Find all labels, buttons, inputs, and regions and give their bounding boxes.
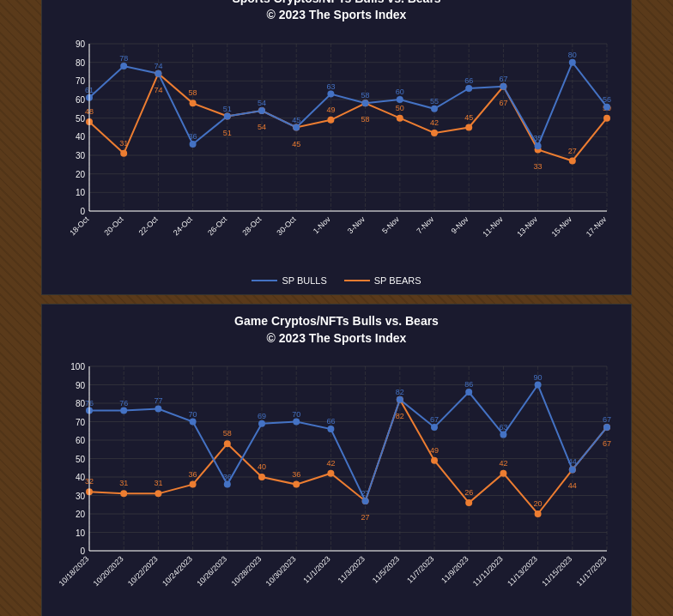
svg-text:40: 40 bbox=[76, 132, 86, 142]
svg-text:77: 77 bbox=[154, 397, 162, 406]
svg-text:82: 82 bbox=[396, 412, 404, 420]
svg-text:24-Oct: 24-Oct bbox=[172, 214, 195, 238]
svg-point-236 bbox=[603, 424, 610, 431]
svg-point-208 bbox=[120, 408, 127, 414]
svg-text:11/17/2023: 11/17/2023 bbox=[574, 555, 608, 589]
svg-text:33: 33 bbox=[534, 162, 543, 171]
svg-text:70: 70 bbox=[292, 410, 300, 419]
svg-point-89 bbox=[155, 70, 161, 77]
svg-text:90: 90 bbox=[534, 373, 543, 382]
svg-text:40: 40 bbox=[76, 473, 86, 482]
svg-text:100: 100 bbox=[70, 362, 85, 371]
svg-text:10/28/2023: 10/28/2023 bbox=[229, 555, 263, 589]
svg-text:60: 60 bbox=[76, 436, 86, 445]
svg-point-91 bbox=[190, 141, 197, 148]
svg-point-81 bbox=[569, 158, 576, 165]
svg-text:56: 56 bbox=[603, 95, 611, 104]
svg-text:10: 10 bbox=[76, 188, 86, 197]
svg-point-234 bbox=[569, 467, 576, 474]
sports-chart: Sports Cryptos/NFTs Bulls vs. Bears © 20… bbox=[41, 0, 632, 295]
svg-point-111 bbox=[535, 142, 542, 149]
svg-text:63: 63 bbox=[326, 82, 335, 91]
svg-point-75 bbox=[465, 124, 472, 131]
svg-text:67: 67 bbox=[603, 415, 611, 424]
svg-text:67: 67 bbox=[603, 439, 611, 448]
svg-rect-0 bbox=[89, 44, 607, 211]
svg-text:67: 67 bbox=[499, 99, 507, 107]
sports-bulls-legend: SP BULLS bbox=[252, 275, 326, 286]
svg-text:11/9/2023: 11/9/2023 bbox=[440, 555, 470, 585]
svg-point-218 bbox=[293, 419, 300, 426]
svg-text:42: 42 bbox=[499, 459, 507, 468]
svg-text:22-Oct: 22-Oct bbox=[137, 214, 161, 238]
svg-text:26: 26 bbox=[464, 488, 473, 497]
svg-text:27: 27 bbox=[568, 147, 577, 155]
svg-point-113 bbox=[569, 59, 576, 66]
svg-text:36: 36 bbox=[223, 473, 232, 481]
svg-text:11/15/2023: 11/15/2023 bbox=[540, 555, 573, 589]
svg-point-222 bbox=[362, 498, 369, 504]
svg-text:45: 45 bbox=[292, 116, 300, 124]
svg-text:11/3/2023: 11/3/2023 bbox=[336, 555, 367, 585]
svg-text:20: 20 bbox=[76, 170, 86, 179]
svg-point-224 bbox=[397, 396, 403, 403]
svg-text:10/22/2023: 10/22/2023 bbox=[126, 555, 160, 589]
svg-text:58: 58 bbox=[223, 429, 232, 438]
svg-text:90: 90 bbox=[76, 39, 86, 49]
svg-text:55: 55 bbox=[430, 97, 439, 106]
svg-text:5-Nov: 5-Nov bbox=[380, 214, 401, 235]
svg-point-184 bbox=[258, 474, 265, 480]
svg-text:30: 30 bbox=[76, 151, 86, 160]
svg-text:49: 49 bbox=[430, 446, 439, 455]
svg-text:63: 63 bbox=[499, 423, 507, 432]
svg-text:50: 50 bbox=[396, 104, 404, 112]
svg-point-226 bbox=[431, 424, 438, 431]
svg-point-212 bbox=[190, 419, 197, 426]
svg-text:10/20/2023: 10/20/2023 bbox=[92, 555, 125, 589]
svg-point-107 bbox=[465, 85, 472, 92]
svg-text:7-Nov: 7-Nov bbox=[415, 214, 435, 235]
svg-text:3-Nov: 3-Nov bbox=[346, 214, 367, 235]
svg-text:67: 67 bbox=[499, 75, 507, 83]
svg-text:31: 31 bbox=[119, 139, 128, 148]
svg-point-103 bbox=[397, 96, 403, 103]
svg-text:11/1/2023: 11/1/2023 bbox=[301, 555, 331, 585]
svg-point-83 bbox=[603, 115, 610, 122]
svg-point-198 bbox=[500, 470, 506, 477]
svg-text:35: 35 bbox=[534, 134, 543, 142]
svg-text:31: 31 bbox=[119, 480, 128, 488]
svg-text:54: 54 bbox=[258, 99, 266, 107]
svg-text:36: 36 bbox=[292, 470, 300, 479]
svg-text:44: 44 bbox=[568, 482, 577, 491]
svg-text:51: 51 bbox=[223, 105, 232, 113]
svg-point-71 bbox=[397, 115, 403, 122]
svg-point-55 bbox=[120, 150, 127, 157]
svg-text:80: 80 bbox=[76, 58, 86, 68]
svg-point-87 bbox=[120, 63, 127, 69]
game-chart-svg: 010203040506070809010010/18/202310/20/20… bbox=[51, 353, 624, 611]
svg-point-196 bbox=[465, 499, 472, 506]
svg-point-210 bbox=[155, 406, 161, 413]
svg-text:42: 42 bbox=[430, 118, 439, 127]
svg-text:80: 80 bbox=[568, 51, 577, 59]
sports-bears-legend: SP BEARS bbox=[344, 275, 421, 286]
sports-chart-svg: 010203040506070809018-Oct20-Oct22-Oct24-… bbox=[51, 31, 624, 271]
svg-point-230 bbox=[500, 432, 506, 438]
svg-point-176 bbox=[120, 491, 127, 498]
svg-text:60: 60 bbox=[76, 95, 86, 105]
svg-text:15-Nov: 15-Nov bbox=[550, 214, 574, 239]
svg-text:66: 66 bbox=[464, 76, 473, 85]
svg-text:10/24/2023: 10/24/2023 bbox=[161, 555, 194, 589]
svg-point-93 bbox=[224, 113, 231, 120]
svg-text:1-Nov: 1-Nov bbox=[312, 214, 332, 235]
svg-text:76: 76 bbox=[119, 399, 128, 408]
svg-text:45: 45 bbox=[464, 113, 473, 122]
svg-text:36: 36 bbox=[189, 132, 197, 141]
svg-text:18-Oct: 18-Oct bbox=[68, 214, 91, 238]
svg-text:40: 40 bbox=[258, 462, 266, 471]
svg-text:54: 54 bbox=[258, 123, 266, 131]
svg-text:11-Nov: 11-Nov bbox=[481, 214, 505, 239]
svg-text:27: 27 bbox=[361, 489, 370, 498]
svg-point-67 bbox=[327, 117, 334, 124]
svg-text:74: 74 bbox=[154, 86, 162, 94]
